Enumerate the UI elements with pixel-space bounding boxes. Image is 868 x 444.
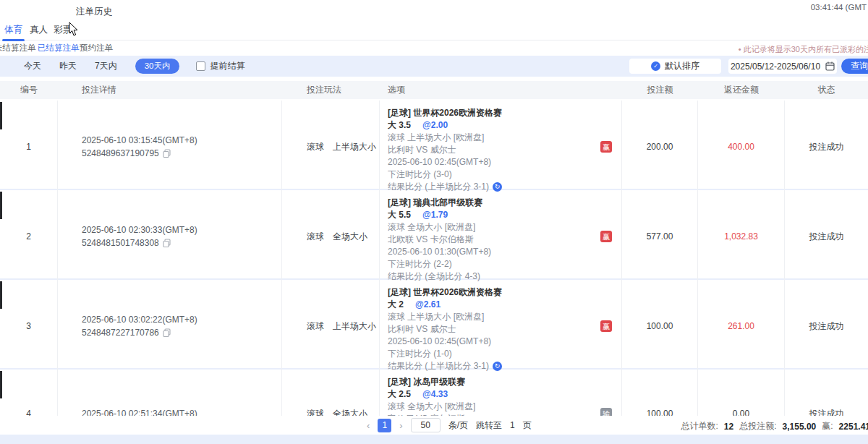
filter-30days[interactable]: 30天内	[135, 59, 180, 74]
col-details: 投注详情	[58, 84, 282, 96]
subtab-reserved[interactable]: 预约注单	[80, 43, 113, 57]
odds-value: @2.61	[415, 299, 441, 311]
league-name: [足球] 世界杯2026欧洲资格赛	[388, 107, 597, 119]
copy-icon[interactable]	[163, 328, 171, 337]
date-range-picker[interactable]: 2025/05/12-2025/06/10	[728, 59, 837, 74]
bet-time: 2025-06-10 03:15:45(GMT+8)	[82, 135, 281, 145]
bet-details-cell: 2025-06-10 02:30:33(GMT+8) 5248481501748…	[58, 190, 282, 283]
pick-value: 大 2	[388, 299, 404, 311]
table-row: 1 2025-06-10 03:15:45(GMT+8) 52484896371…	[0, 101, 868, 189]
total-stake-label: 总投注额:	[739, 420, 776, 432]
market-name: 滚球 全场大小 [欧洲盘]	[388, 221, 597, 234]
stake-amount: 577.00	[622, 190, 698, 283]
records-notice: • 此记录将显示30天内所有已派彩的注	[739, 44, 868, 55]
tab-live[interactable]: 真人	[30, 24, 48, 40]
match-time: 2025-06-10 01:30(GMT+8)	[388, 246, 597, 258]
search-button[interactable]: 查询	[841, 59, 868, 74]
filter-yesterday[interactable]: 昨天	[59, 60, 77, 72]
jump-page-value[interactable]: 1	[510, 420, 515, 430]
server-clock: 03:41:44 (GMT	[811, 3, 867, 12]
jump-to-label: 跳转至	[476, 419, 502, 432]
league-name: [足球] 瑞典北部甲级联赛	[388, 197, 597, 209]
bet-status: 投注成功	[785, 280, 868, 372]
selection-cell: [足球] 瑞典北部甲级联赛 大 5.5 @1.79 滚球 全场大小 [欧洲盘] …	[380, 190, 622, 283]
bet-history-page: 注单历史 03:41:44 (GMT 体育 真人 彩票 未结算注单 已结算注单 …	[0, 0, 868, 444]
bet-play-type: 滚球 全场大小	[282, 190, 380, 283]
pick-value: 大 3.5	[388, 119, 411, 132]
quick-date-filters: 今天 昨天 7天内 30天内 提前结算	[24, 56, 244, 77]
bet-time: 2025-06-10 02:30:33(GMT+8)	[82, 225, 281, 235]
col-stake: 投注额	[622, 84, 698, 96]
win-badge: 赢	[600, 320, 612, 332]
bet-play-type: 滚球 上半场大小	[282, 280, 380, 372]
col-no: 编号	[0, 84, 58, 96]
check-circle-icon: ✓	[651, 61, 660, 71]
default-sort-button[interactable]: ✓ 默认排序	[629, 59, 721, 74]
order-number: 5248481501748308	[82, 238, 159, 248]
page-size-input[interactable]	[411, 418, 441, 432]
left-edge-artifact	[0, 371, 2, 398]
copy-icon[interactable]	[163, 239, 171, 247]
win-badge: 赢	[600, 231, 612, 242]
left-edge-artifact	[0, 192, 2, 219]
filter-bar: 今天 昨天 7天内 30天内 提前结算 ✓ 默认排序 2025/05/12-20…	[0, 56, 868, 77]
total-win-label: 赢:	[822, 420, 833, 432]
calendar-icon	[825, 61, 835, 71]
subtab-unsettled[interactable]: 未结算注单	[0, 43, 36, 57]
subtab-settled[interactable]: 已结算注单	[38, 43, 80, 57]
col-selection: 选项	[380, 84, 622, 96]
bet-score: 下注时比分 (3-0)	[388, 168, 597, 181]
category-tab-bar: 体育 真人 彩票	[0, 22, 868, 40]
order-number: 5248489637190795	[82, 148, 159, 158]
order-number: 5248487227170786	[82, 328, 159, 338]
bet-score: 下注时比分 (1-0)	[388, 348, 597, 360]
table-row: 3 2025-06-10 03:02:22(GMT+8) 52484872271…	[0, 280, 868, 368]
page-1-button[interactable]: 1	[378, 419, 391, 432]
odds-value: @2.00	[422, 119, 448, 132]
col-payout: 返还金额	[698, 84, 785, 96]
match-time: 2025-06-10 02:45(GMT+8)	[388, 156, 597, 168]
bet-details-cell: 2025-06-10 03:02:22(GMT+8) 5248487227170…	[58, 280, 282, 372]
payout-amount: 261.00	[698, 280, 785, 372]
mouse-cursor-icon	[69, 22, 79, 37]
match-teams: 比利时 VS 威尔士	[388, 323, 597, 336]
copy-icon[interactable]	[163, 149, 171, 158]
stake-amount: 200.00	[622, 101, 698, 193]
filter-today[interactable]: 今天	[24, 60, 41, 72]
early-settle-toggle[interactable]: 提前结算	[196, 60, 244, 72]
bet-details-cell: 2025-06-10 03:15:45(GMT+8) 5248489637190…	[58, 101, 282, 193]
market-name: 滚球 上半场大小 [欧洲盘]	[388, 311, 597, 323]
bet-time: 2025-06-10 03:02:22(GMT+8)	[82, 315, 281, 325]
match-time: 2025-06-10 02:45(GMT+8)	[388, 336, 597, 348]
stake-amount: 100.00	[622, 280, 698, 372]
pagination-bar: ‹ 1 › 条/页 跳转至 1 页 总计单数: 12 总投注额: 3,155.0…	[0, 416, 868, 435]
bet-status: 投注成功	[785, 190, 868, 283]
page-unit-label: 页	[523, 419, 532, 432]
pick-value: 大 2.5	[388, 388, 411, 401]
pick-value: 大 5.5	[388, 209, 411, 221]
market-name: 滚球 全场大小 [欧洲盘]	[388, 401, 597, 413]
col-play: 投注玩法	[282, 84, 380, 96]
per-page-label: 条/页	[448, 419, 468, 432]
subtab-bar: 未结算注单 已结算注单 预约注单 • 此记录将显示30天内所有已派彩的注	[0, 41, 868, 56]
bet-play-type: 滚球 上半场大小	[282, 101, 380, 193]
total-stake-value: 3,155.00	[783, 422, 817, 432]
col-status: 状态	[785, 84, 868, 96]
prev-page-icon[interactable]: ‹	[367, 420, 370, 431]
left-edge-artifact	[0, 102, 2, 129]
filter-7days[interactable]: 7天内	[95, 60, 117, 72]
default-sort-label: 默认排序	[665, 60, 699, 72]
row-number: 1	[0, 101, 58, 193]
market-name: 滚球 上半场大小 [欧洲盘]	[388, 132, 597, 144]
bottom-strip	[0, 435, 868, 444]
early-settle-label: 提前结算	[210, 60, 244, 72]
totals-summary: 总计单数: 12 总投注额: 3,155.00 赢: 2251.41	[681, 420, 868, 432]
date-range-value: 2025/05/12-2025/06/10	[731, 61, 820, 72]
league-name: [足球] 世界杯2026欧洲资格赛	[388, 286, 597, 299]
total-count-label: 总计单数:	[681, 420, 718, 432]
odds-value: @1.79	[422, 209, 448, 221]
pagination: ‹ 1 › 条/页 跳转至 1 页	[367, 418, 532, 432]
early-settle-checkbox[interactable]	[196, 61, 205, 71]
tab-sports[interactable]: 体育	[4, 24, 22, 40]
next-page-icon[interactable]: ›	[399, 420, 402, 431]
